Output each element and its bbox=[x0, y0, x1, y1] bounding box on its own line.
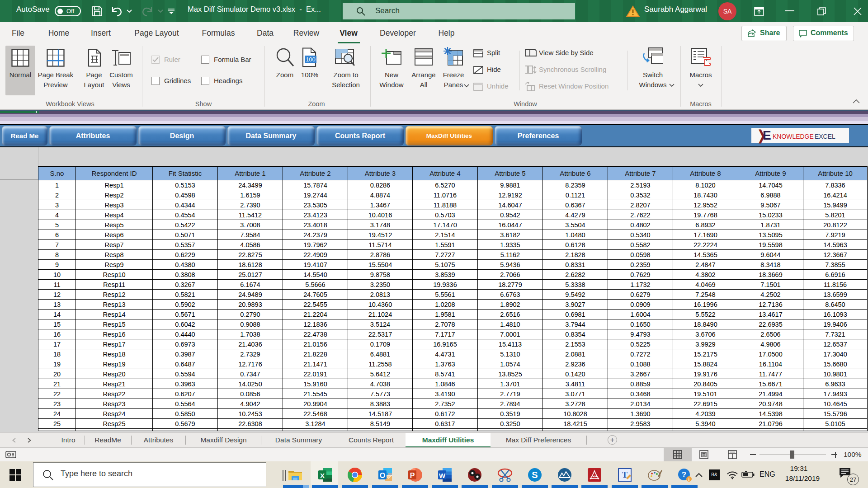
svg-text:i: i bbox=[689, 477, 690, 482]
svg-text:100: 100 bbox=[306, 56, 316, 63]
svg-text:P: P bbox=[410, 472, 415, 479]
svg-text:O: O bbox=[380, 472, 385, 479]
svg-text:W: W bbox=[439, 472, 446, 479]
svg-text:X: X bbox=[320, 472, 325, 479]
svg-text:S: S bbox=[532, 470, 538, 480]
svg-text:?: ? bbox=[682, 470, 686, 479]
